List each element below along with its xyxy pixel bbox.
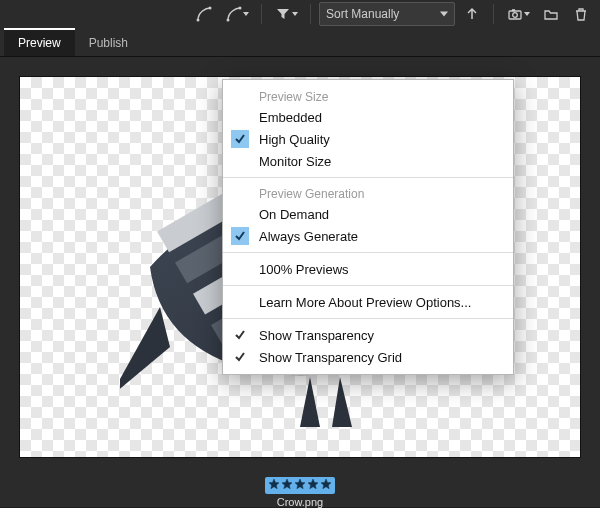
check-icon [231,130,249,148]
sort-select-label: Sort Manually [326,7,399,21]
menu-item-label: 100% Previews [259,262,349,277]
chevron-down-icon [292,12,298,16]
svg-point-5 [512,13,517,18]
menu-item-show-transparency-grid[interactable]: Show Transparency Grid [223,346,513,368]
menu-item-label: Show Transparency Grid [259,350,402,365]
menu-item-label: High Quality [259,132,330,147]
trash-icon[interactable] [568,3,594,25]
svg-point-2 [226,19,229,22]
menu-item-label: Embedded [259,110,322,125]
star-icon [268,478,280,493]
menu-item-always-generate[interactable]: Always Generate [223,225,513,247]
menu-section-preview-size: Preview Size [223,86,513,106]
menu-item-monitor-size[interactable]: Monitor Size [223,150,513,172]
sort-ascending-icon[interactable] [459,3,485,25]
menu-item-label: Monitor Size [259,154,331,169]
tab-preview[interactable]: Preview [4,28,75,56]
rating-stars[interactable] [265,477,335,494]
toolbar: Sort Manually [0,0,600,28]
preview-stage: Preview Size Embedded High Quality Monit… [0,57,600,477]
menu-separator [223,318,513,319]
menu-item-100-previews[interactable]: 100% Previews [223,258,513,280]
tab-label: Publish [89,36,128,50]
svg-point-1 [209,7,212,10]
menu-separator [223,285,513,286]
folder-icon[interactable] [538,3,564,25]
toolbar-separator [493,4,494,24]
toolbar-separator [310,4,311,24]
chevron-down-icon [524,12,530,16]
menu-separator [223,252,513,253]
menu-item-label: Show Transparency [259,328,374,343]
menu-item-show-transparency[interactable]: Show Transparency [223,324,513,346]
filter-dropdown-icon[interactable] [270,3,302,25]
curve-dropdown-icon[interactable] [221,3,253,25]
star-icon [281,478,293,493]
sort-select[interactable]: Sort Manually [319,2,455,26]
preview-options-menu: Preview Size Embedded High Quality Monit… [222,79,514,375]
check-icon [231,348,249,366]
toolbar-separator [261,4,262,24]
star-icon [294,478,306,493]
star-icon [307,478,319,493]
menu-item-label: Always Generate [259,229,358,244]
menu-item-on-demand[interactable]: On Demand [223,203,513,225]
menu-item-label: On Demand [259,207,329,222]
menu-separator [223,177,513,178]
curve-icon[interactable] [191,3,217,25]
svg-point-3 [238,7,241,10]
menu-item-label: Learn More About Preview Options... [259,295,471,310]
menu-item-embedded[interactable]: Embedded [223,106,513,128]
thumbnail-footer: Crow.png [0,477,600,507]
svg-rect-6 [512,9,515,11]
menu-item-high-quality[interactable]: High Quality [223,128,513,150]
tab-publish[interactable]: Publish [75,30,142,56]
chevron-down-icon [243,12,249,16]
menu-item-learn-more[interactable]: Learn More About Preview Options... [223,291,513,313]
check-icon [231,227,249,245]
svg-point-0 [197,19,200,22]
camera-dropdown-icon[interactable] [502,3,534,25]
menu-section-preview-generation: Preview Generation [223,183,513,203]
star-icon [320,478,332,493]
tab-bar: Preview Publish [0,28,600,57]
tab-label: Preview [18,36,61,50]
check-icon [231,326,249,344]
filename-label: Crow.png [277,496,323,508]
